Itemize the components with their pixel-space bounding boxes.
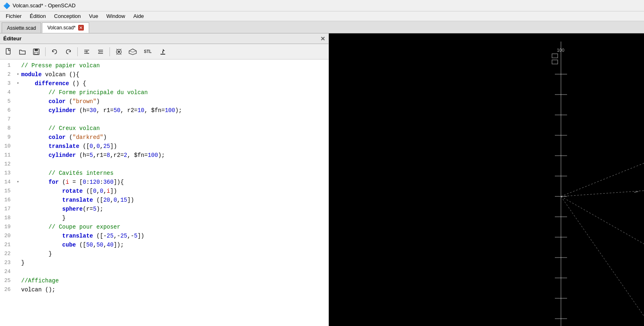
code-content: // Presse papier volcan — [21, 61, 329, 70]
tab-volcan[interactable]: Volcan.scad* ✕ — [42, 22, 89, 33]
code-content: // Forme principale du volcan — [21, 88, 329, 97]
svg-rect-3 — [35, 52, 38, 54]
toolbar-stl-btn[interactable]: STL — [140, 46, 155, 57]
menu-window[interactable]: Window — [102, 12, 129, 20]
menu-bar: Fichier Édition Conception Vue Window Ai… — [0, 11, 644, 21]
title-bar: 🔷 Volcan.scad* - OpenSCAD — [0, 0, 644, 11]
tab-bar: Assiette.scad Volcan.scad* ✕ — [0, 21, 644, 33]
code-line: 5 color ("brown") — [0, 97, 329, 106]
code-line: 18 } — [0, 214, 329, 222]
svg-text:100: 100 — [557, 48, 564, 53]
code-content: for (i = [0:120:360]){ — [21, 178, 329, 187]
toolbar-undo-btn[interactable] — [48, 46, 61, 57]
tab-volcan-close[interactable]: ✕ — [78, 25, 84, 31]
code-content — [21, 160, 329, 169]
line-number: 3 — [0, 79, 15, 88]
code-content: cylinder (h=5,r1=8,r2=2, $fn=100); — [21, 151, 329, 160]
line-number: 18 — [0, 214, 15, 222]
code-line: 26volcan (); — [0, 285, 329, 294]
code-line: 10 translate ([0,0,25]) — [0, 142, 329, 151]
svg-rect-16 — [161, 54, 165, 55]
line-number: 24 — [0, 267, 15, 276]
fold-button[interactable]: ▾ — [15, 178, 21, 187]
code-content: } — [21, 214, 329, 222]
menu-fichier[interactable]: Fichier — [2, 12, 26, 20]
fold-button[interactable]: ▾ — [15, 79, 21, 88]
line-number: 12 — [0, 160, 15, 169]
viewport-3d[interactable]: 100 — [329, 33, 644, 326]
menu-vue[interactable]: Vue — [85, 12, 103, 20]
toolbar-indent-less-btn[interactable] — [81, 46, 93, 57]
svg-rect-19 — [329, 33, 644, 326]
editor-panel: Éditeur ✕ — [0, 33, 329, 326]
menu-conception[interactable]: Conception — [50, 12, 85, 20]
svg-marker-13 — [129, 49, 136, 52]
code-content — [21, 115, 329, 124]
code-content: translate ([20,0,15]) — [21, 196, 329, 205]
line-number: 25 — [0, 276, 15, 285]
editor-close-icon[interactable]: ✕ — [320, 35, 325, 42]
toolbar-sep-2 — [77, 47, 78, 56]
code-line: 8 // Creux volcan — [0, 124, 329, 133]
line-number: 19 — [0, 222, 15, 231]
code-line: 17 sphere(r=5); — [0, 205, 329, 214]
code-content: translate ([-25,-25,-5]) — [21, 231, 329, 240]
tab-volcan-label: Volcan.scad* — [47, 25, 75, 31]
code-line: 21 cube ([50,50,40]); — [0, 240, 329, 249]
menu-edition[interactable]: Édition — [26, 12, 50, 20]
code-content: color ("darkred") — [21, 133, 329, 142]
line-number: 10 — [0, 142, 15, 151]
code-content: // Coupe pour exposer — [21, 222, 329, 231]
code-line: 9 color ("darkred") — [0, 133, 329, 142]
svg-marker-12 — [129, 49, 136, 55]
code-content: // Creux volcan — [21, 124, 329, 133]
code-content: //Affichage — [21, 276, 329, 285]
code-line: 16 translate ([20,0,15]) — [0, 196, 329, 205]
line-number: 21 — [0, 240, 15, 249]
toolbar-indent-more-btn[interactable] — [94, 46, 107, 57]
svg-point-11 — [118, 51, 120, 53]
toolbar-export3d-btn[interactable] — [157, 46, 169, 57]
code-line: 14▾ for (i = [0:120:360]){ — [0, 178, 329, 187]
toolbar-preview-btn[interactable] — [113, 46, 125, 57]
line-number: 23 — [0, 258, 15, 267]
toolbar-render-btn[interactable] — [127, 46, 139, 57]
code-line: 23} — [0, 258, 329, 267]
line-number: 8 — [0, 124, 15, 133]
axis-grid: 100 — [329, 33, 644, 326]
toolbar-sep-3 — [110, 47, 110, 56]
code-content: } — [21, 249, 329, 258]
toolbar-redo-btn[interactable] — [62, 46, 74, 57]
tab-assiette-label: Assiette.scad — [7, 25, 36, 31]
code-content: difference () { — [21, 79, 329, 88]
code-line: 25//Affichage — [0, 276, 329, 285]
svg-marker-14 — [163, 49, 165, 51]
code-editor[interactable]: 1// Presse papier volcan2▾module volcan … — [0, 59, 329, 326]
line-number: 6 — [0, 106, 15, 115]
code-line: 6 cylinder (h=30, r1=50, r2=10, $fn=100)… — [0, 106, 329, 115]
app-icon: 🔷 — [3, 2, 10, 9]
code-content: rotate ([0,0,i]) — [21, 187, 329, 196]
line-number: 13 — [0, 169, 15, 178]
toolbar-open-btn[interactable] — [16, 46, 28, 57]
tab-assiette[interactable]: Assiette.scad — [2, 22, 41, 33]
line-number: 5 — [0, 97, 15, 106]
code-line: 12 — [0, 160, 329, 169]
fold-button[interactable]: ▾ — [15, 70, 21, 79]
toolbar-save-btn[interactable] — [30, 46, 42, 57]
code-content: cylinder (h=30, r1=50, r2=10, $fn=100); — [21, 106, 329, 115]
toolbar-new-btn[interactable] — [2, 46, 15, 57]
svg-rect-0 — [6, 48, 10, 54]
code-content: // Cavités internes — [21, 169, 329, 178]
code-line: 2▾module volcan (){ — [0, 70, 329, 79]
menu-aide[interactable]: Aide — [129, 12, 148, 20]
line-number: 17 — [0, 205, 15, 214]
line-number: 11 — [0, 151, 15, 160]
main-area: Éditeur ✕ — [0, 33, 644, 326]
line-number: 15 — [0, 187, 15, 196]
code-line: 22 } — [0, 249, 329, 258]
svg-rect-2 — [35, 49, 38, 51]
code-line: 3▾ difference () { — [0, 79, 329, 88]
line-number: 2 — [0, 70, 15, 79]
code-line: 24 — [0, 267, 329, 276]
